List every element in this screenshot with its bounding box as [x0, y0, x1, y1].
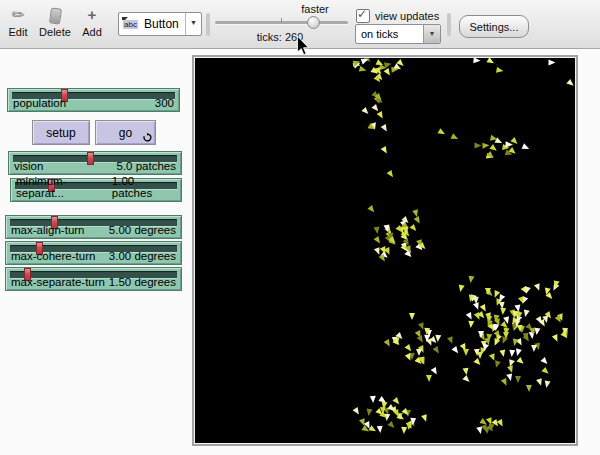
turtle	[536, 378, 544, 387]
check-icon: ✓	[357, 7, 367, 21]
speed-slider-thumb[interactable]	[307, 16, 320, 29]
speed-slider-label: faster	[270, 3, 360, 15]
toolbar-separator	[447, 13, 451, 36]
go-button[interactable]: go	[95, 120, 156, 145]
turtle	[362, 107, 371, 116]
setup-label: setup	[46, 126, 75, 140]
turtle	[566, 79, 575, 88]
slider-max-separate-turn[interactable]: max-separate-turn 1.50 degrees	[5, 267, 182, 291]
turtle	[546, 292, 555, 301]
slider-value: 5.0 patches	[117, 160, 176, 172]
turtle	[514, 319, 521, 327]
edit-button[interactable]: ✎ Edit	[3, 5, 33, 38]
turtle	[543, 380, 550, 388]
turtle	[552, 335, 560, 344]
netlogo-interface: ✎ Edit Delete + Add abc Button ▼ faster …	[0, 0, 600, 455]
turtle	[433, 346, 442, 355]
view-updates-toggle[interactable]: ✓ view updates	[356, 8, 439, 23]
edit-label: Edit	[3, 26, 33, 38]
button-widget-icon: abc	[123, 20, 138, 29]
turtle	[437, 128, 446, 137]
slider-minimum-separation[interactable]: minimum-separat... 1.00 patches	[10, 178, 182, 202]
turtle	[373, 236, 382, 245]
ticks-counter: ticks: 260	[215, 31, 345, 43]
turtle	[387, 421, 396, 430]
turtle	[534, 283, 542, 292]
turtle	[403, 227, 410, 235]
turtle	[493, 361, 501, 369]
widget-type-dropdown[interactable]: abc Button ▼	[118, 12, 202, 36]
turtle	[523, 332, 530, 340]
settings-label: Settings...	[470, 21, 519, 33]
turtle	[462, 375, 471, 384]
turtle	[474, 358, 483, 367]
turtle	[498, 302, 505, 310]
turtle	[499, 349, 506, 357]
turtle	[515, 376, 521, 383]
eraser-icon	[36, 5, 74, 25]
turtle	[506, 373, 514, 381]
turtle	[416, 349, 422, 356]
turtle	[509, 350, 515, 357]
toolbar-separator	[206, 13, 210, 36]
turtle	[522, 309, 529, 317]
view-updates-checkbox[interactable]: ✓	[356, 9, 370, 23]
turtle	[478, 331, 484, 338]
pencil-icon: ✎	[3, 5, 33, 25]
slider-vision[interactable]: vision 5.0 patches	[8, 151, 182, 175]
slider-max-align-turn[interactable]: max-align-turn 5.00 degrees	[5, 215, 182, 239]
world-view[interactable]	[192, 55, 578, 446]
update-mode-dropdown[interactable]: on ticks ▼	[355, 24, 441, 44]
plus-icon: +	[77, 5, 107, 25]
turtle	[380, 407, 386, 414]
turtle	[380, 124, 389, 133]
view-updates-label: view updates	[375, 10, 439, 22]
turtle	[540, 357, 549, 366]
mouse-cursor-icon	[296, 36, 310, 56]
slider-value: 1.00 patches	[112, 175, 176, 199]
turtle	[424, 335, 430, 342]
turtle	[447, 336, 455, 345]
settings-button[interactable]: Settings...	[459, 15, 529, 38]
turtle	[512, 311, 519, 319]
turtle	[467, 321, 474, 329]
slider-label: max-cohere-turn	[11, 250, 95, 262]
slider-population[interactable]: population 300	[7, 88, 180, 112]
turtle	[500, 336, 508, 345]
turtle	[458, 284, 465, 292]
turtle	[370, 396, 376, 403]
slider-value: 3.00 degrees	[109, 250, 176, 262]
slider-label: max-separate-turn	[11, 276, 105, 288]
delete-button[interactable]: Delete	[36, 5, 74, 38]
widget-type-value: Button	[138, 17, 185, 31]
speed-slider[interactable]	[215, 21, 348, 24]
turtle	[359, 65, 367, 73]
turtle	[542, 367, 551, 376]
turtle	[409, 224, 418, 233]
slider-max-cohere-turn[interactable]: max-cohere-turn 3.00 degrees	[5, 241, 182, 265]
go-label: go	[119, 126, 132, 140]
add-widget-button[interactable]: + Add	[77, 5, 107, 38]
turtle	[485, 288, 491, 295]
chevron-down-icon: ▼	[185, 13, 201, 35]
turtle	[526, 385, 532, 392]
turtle	[524, 286, 532, 294]
forever-icon	[143, 133, 152, 142]
turtle	[496, 67, 504, 74]
turtle	[366, 409, 373, 417]
turtle	[374, 227, 381, 235]
setup-button[interactable]: setup	[32, 120, 90, 145]
turtle	[549, 60, 556, 66]
slider-label: vision	[14, 160, 43, 172]
world-view-canvas	[195, 58, 575, 443]
turtle	[482, 142, 489, 148]
turtle	[486, 58, 495, 66]
turtle	[490, 135, 498, 142]
turtle	[522, 143, 531, 151]
turtle	[475, 143, 482, 149]
delete-label: Delete	[36, 26, 74, 38]
turtle	[552, 280, 559, 288]
turtle	[467, 295, 474, 303]
turtle	[486, 334, 492, 341]
turtle	[352, 407, 361, 416]
